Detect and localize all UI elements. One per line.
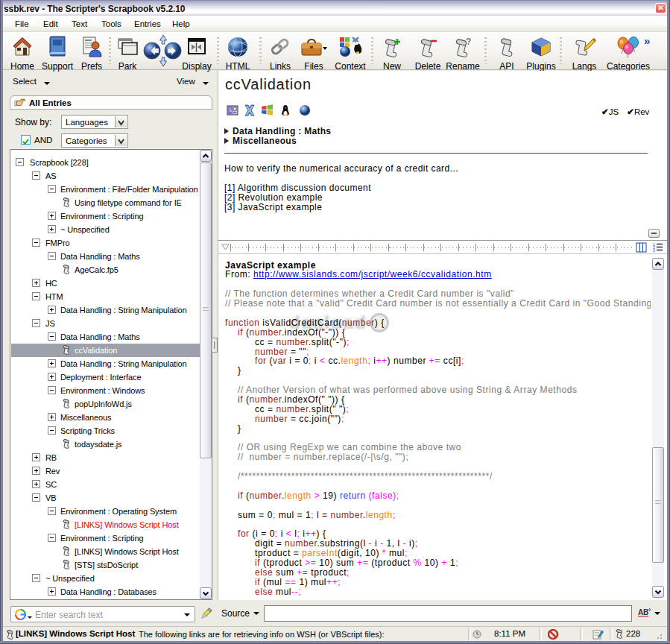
svg-text:?: ? (466, 37, 471, 47)
svg-text:3: 3 (653, 248, 655, 253)
